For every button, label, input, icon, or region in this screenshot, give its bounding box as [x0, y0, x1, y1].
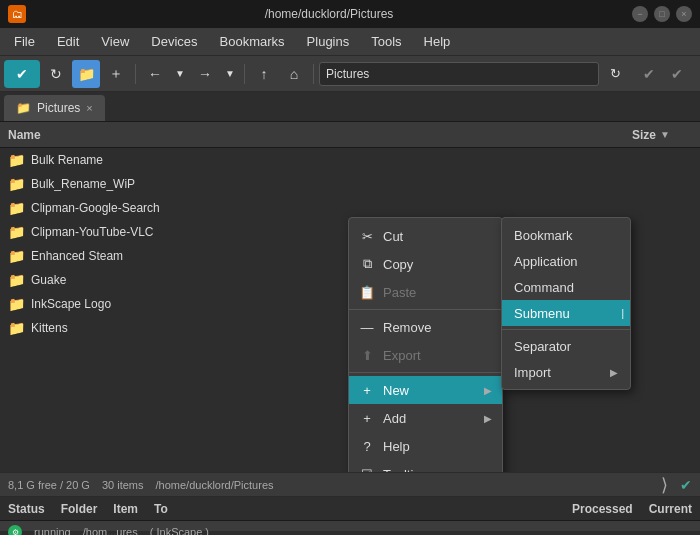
tab-close-button[interactable]: ×: [86, 102, 92, 114]
submenu-separator-item[interactable]: Separator: [502, 333, 630, 359]
add-icon: +: [359, 411, 375, 426]
location-text: Pictures: [326, 67, 369, 81]
row-folder: /hom...ures: [83, 526, 138, 535]
menu-tools[interactable]: Tools: [361, 30, 411, 53]
file-name: Bulk Rename: [31, 153, 103, 167]
copy-label: Copy: [383, 257, 413, 272]
menu-bookmarks[interactable]: Bookmarks: [210, 30, 295, 53]
folder-icon: 📁: [8, 224, 25, 240]
import-arrow: ▶: [610, 367, 618, 378]
file-name: Bulk_Rename_WiP: [31, 177, 135, 191]
menu-devices[interactable]: Devices: [141, 30, 207, 53]
context-help[interactable]: ? Help: [349, 432, 502, 460]
context-add[interactable]: + Add ▶: [349, 404, 502, 432]
col-size-label: Size: [632, 128, 656, 142]
submenu-submenu[interactable]: Submenu |: [502, 300, 630, 326]
submenu-import[interactable]: Import ▶: [502, 359, 630, 385]
submenu-command[interactable]: Command: [502, 274, 630, 300]
submenu-application[interactable]: Application: [502, 248, 630, 274]
export-icon: ⬆: [359, 348, 375, 363]
application-label: Application: [514, 254, 578, 269]
menu-sep-2: [349, 372, 502, 373]
help-icon: ?: [359, 439, 375, 454]
submenu-cursor: |: [621, 308, 624, 319]
menu-view[interactable]: View: [91, 30, 139, 53]
tab-pictures[interactable]: 📁 Pictures ×: [4, 95, 105, 121]
context-new[interactable]: + New ▶: [349, 376, 502, 404]
close-button[interactable]: ×: [676, 6, 692, 22]
context-cut[interactable]: ✂ Cut: [349, 222, 502, 250]
forward-dropdown[interactable]: ▼: [221, 60, 239, 88]
back-dropdown[interactable]: ▼: [171, 60, 189, 88]
folder-icon: 📁: [8, 152, 25, 168]
folder-icon: 📁: [8, 200, 25, 216]
file-name: Clipman-Google-Search: [31, 201, 160, 215]
context-paste: 📋 Paste: [349, 278, 502, 306]
list-item[interactable]: 📁 Bulk Rename: [0, 148, 700, 172]
col-status: Status: [8, 502, 45, 516]
reload-button[interactable]: ↻: [42, 60, 70, 88]
list-item[interactable]: 📁 Bulk_Rename_WiP: [0, 172, 700, 196]
maximize-button[interactable]: □: [654, 6, 670, 22]
check-2: ✔: [667, 66, 687, 82]
submenu-sep: [502, 329, 630, 330]
bottom-panel-header: Status Folder Item To Processed Current: [0, 497, 700, 521]
submenu-bookmark[interactable]: Bookmark: [502, 222, 630, 248]
col-item: Item: [113, 502, 138, 516]
check-1: ✔: [639, 66, 659, 82]
new-icon: +: [359, 383, 375, 398]
file-name: Kittens: [31, 321, 68, 335]
folder-icon: 📁: [8, 296, 25, 312]
cut-label: Cut: [383, 229, 403, 244]
menu-plugins[interactable]: Plugins: [297, 30, 360, 53]
toolbar-sep-2: [244, 64, 245, 84]
new-tab-button[interactable]: 📁: [72, 60, 100, 88]
export-label: Export: [383, 348, 421, 363]
tabs-bar: 📁 Pictures ×: [0, 92, 700, 122]
col-size-header: Size ▼: [632, 128, 692, 142]
tab-label: Pictures: [37, 101, 80, 115]
up-button[interactable]: ↑: [250, 60, 278, 88]
minimize-button[interactable]: −: [632, 6, 648, 22]
row-status: running: [34, 526, 71, 535]
free-space: 8,1 G free / 20 G: [8, 479, 90, 491]
col-sort-icon: ▼: [660, 129, 670, 140]
submenu: Bookmark Application Command Submenu | S…: [501, 217, 631, 390]
context-remove[interactable]: — Remove: [349, 313, 502, 341]
tooltips-icon: ☑: [359, 467, 375, 473]
location-bar[interactable]: Pictures: [319, 62, 599, 86]
home-button[interactable]: ⌂: [280, 60, 308, 88]
titlebar-title: /home/ducklord/Pictures: [26, 7, 632, 21]
folder-icon: 📁: [8, 176, 25, 192]
forward-button[interactable]: →: [191, 60, 219, 88]
context-menu: ✂ Cut ⧉ Copy 📋 Paste — Remove ⬆ Export: [348, 217, 503, 472]
col-processed: Processed: [572, 502, 633, 516]
context-tooltips[interactable]: ☑ Tooltips: [349, 460, 502, 472]
window-controls: − □ ×: [632, 6, 692, 22]
accept-button[interactable]: ✔: [4, 60, 40, 88]
toolbar-sep-3: [313, 64, 314, 84]
file-name: Guake: [31, 273, 66, 287]
folder-icon: 📁: [8, 320, 25, 336]
file-name: Enhanced Steam: [31, 249, 123, 263]
tab-folder-icon: 📁: [16, 101, 31, 115]
paste-icon: 📋: [359, 285, 375, 300]
back-button[interactable]: ←: [141, 60, 169, 88]
menu-file[interactable]: File: [4, 30, 45, 53]
cut-icon: ✂: [359, 229, 375, 244]
file-name: InkScape Logo: [31, 297, 111, 311]
import-label: Import: [514, 365, 551, 380]
remove-icon: —: [359, 320, 375, 335]
context-copy[interactable]: ⧉ Copy: [349, 250, 502, 278]
toolbar: ✔ ↻ 📁 ＋ ← ▼ → ▼ ↑ ⌂ Pictures ↻ ✔ ✔: [0, 56, 700, 92]
menu-edit[interactable]: Edit: [47, 30, 89, 53]
status-bar: 8,1 G free / 20 G 30 items /home/ducklor…: [0, 472, 700, 496]
help-label: Help: [383, 439, 410, 454]
refresh-button[interactable]: ↻: [601, 60, 629, 88]
col-to: To: [154, 502, 168, 516]
menubar: File Edit View Devices Bookmarks Plugins…: [0, 28, 700, 56]
paste-label: Paste: [383, 285, 416, 300]
context-export: ⬆ Export: [349, 341, 502, 369]
add-bookmark-button[interactable]: ＋: [102, 60, 130, 88]
menu-help[interactable]: Help: [414, 30, 461, 53]
